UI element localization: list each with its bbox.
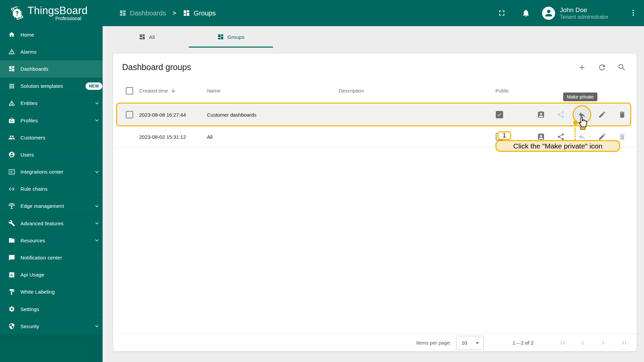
bar-chart-icon xyxy=(8,272,15,278)
chevron-down-icon xyxy=(94,100,100,107)
sidebar-item-solution-templates[interactable]: Solution templatesNEW xyxy=(0,78,105,95)
sidebar-item-white-labeling[interactable]: White Labeling xyxy=(0,284,105,301)
avatar[interactable] xyxy=(542,7,555,20)
topbar-actions: John Doe Tenant administrator xyxy=(495,0,644,26)
sort-desc-arrow-icon xyxy=(170,88,176,94)
brand-edition: Professional xyxy=(28,16,81,21)
sidebar-item-label: Resources xyxy=(20,238,45,243)
refresh-icon[interactable] xyxy=(598,63,606,72)
chevron-down-icon xyxy=(94,220,100,227)
column-header-public[interactable]: Public xyxy=(495,88,509,94)
alarms-icon xyxy=(8,48,15,55)
sidebar: HomeAlarmsDashboardsSolution templatesNE… xyxy=(0,26,105,362)
sidebar-item-label: Settings xyxy=(20,306,39,312)
sidebar-item-settings[interactable]: Settings xyxy=(0,301,105,318)
sidebar-item-label: Solution templates xyxy=(20,83,63,89)
brand-text: ThingsBoard Professional xyxy=(28,5,81,21)
cell-created-time: 2023-08-02 15:31:12 xyxy=(139,134,186,140)
sidebar-item-resources[interactable]: Resources xyxy=(0,232,105,249)
sidebar-item-notification-center[interactable]: Notification center xyxy=(0,249,105,266)
annotation-connector-line xyxy=(575,125,576,140)
chevron-down-icon xyxy=(94,323,100,329)
column-header-label: Description xyxy=(339,88,364,94)
dashboards-icon xyxy=(8,65,15,72)
column-header-description[interactable]: Description xyxy=(339,88,364,94)
manage-owner-icon[interactable] xyxy=(537,111,545,119)
share-icon xyxy=(557,111,565,119)
chevron-down-icon xyxy=(476,342,479,344)
sidebar-item-customers[interactable]: Customers xyxy=(0,129,105,146)
column-header-label: Name xyxy=(207,88,220,94)
antenna-icon xyxy=(8,203,15,209)
notifications-bell-icon[interactable] xyxy=(519,6,533,20)
tab-all[interactable]: All xyxy=(105,26,189,48)
annotation-callout: Click the "Make private" icon xyxy=(495,140,620,152)
breadcrumb-item-groups[interactable]: Groups xyxy=(183,9,216,17)
sidebar-item-integrations-center[interactable]: Integrations center xyxy=(0,164,105,181)
more-vert-icon[interactable] xyxy=(629,6,638,20)
sidebar-item-label: Notification center xyxy=(20,255,62,260)
chevron-down-icon xyxy=(94,169,100,175)
badge-icon xyxy=(8,117,15,124)
sidebar-item-alarms[interactable]: Alarms xyxy=(0,43,105,60)
cell-name: Customer dashboards xyxy=(207,112,257,118)
sidebar-item-api-usage[interactable]: Api Usage xyxy=(0,266,105,284)
sidebar-item-security[interactable]: Security xyxy=(0,318,105,335)
active-tab-indicator xyxy=(189,47,273,48)
apps-grid-icon xyxy=(8,83,15,89)
sidebar-item-label: Alarms xyxy=(20,49,37,55)
sidebar-scrollbar[interactable] xyxy=(103,26,105,362)
sidebar-item-rule-chains[interactable]: Rule chains xyxy=(0,181,105,198)
share-icon[interactable] xyxy=(557,133,565,141)
check-icon xyxy=(497,112,502,117)
items-per-page-label: Items per page: xyxy=(416,340,451,346)
items-per-page-select[interactable]: 10 xyxy=(456,336,484,350)
chevron-down-icon xyxy=(94,117,100,124)
table-row-highlight[interactable] xyxy=(116,103,631,126)
pagination-range: 1 – 2 of 2 xyxy=(513,340,534,346)
cursor-click-indicator xyxy=(580,127,585,130)
delete-icon[interactable] xyxy=(618,111,626,119)
app-window: ThingsBoard Professional Dashboards > Gr… xyxy=(0,0,644,362)
sidebar-item-advanced-features[interactable]: Advanced features xyxy=(0,215,105,232)
tab-bar: All Groups xyxy=(105,26,644,48)
format-paint-icon xyxy=(8,289,15,295)
account-circle-icon xyxy=(8,151,15,158)
dashboards-icon xyxy=(139,34,146,40)
sidebar-item-dashboards[interactable]: Dashboards xyxy=(0,60,105,77)
public-checkbox-checked[interactable] xyxy=(496,111,503,118)
sidebar-item-label: Rule chains xyxy=(20,186,48,192)
sidebar-item-users[interactable]: Users xyxy=(0,146,105,163)
dashboards-icon xyxy=(217,34,224,40)
column-header-created-time[interactable]: Created time xyxy=(139,88,176,94)
user-name: John Doe xyxy=(560,6,608,14)
search-icon[interactable] xyxy=(618,63,626,72)
select-all-checkbox[interactable] xyxy=(126,87,133,95)
column-header-label: Created time xyxy=(139,88,168,94)
previous-page-icon xyxy=(579,339,587,347)
breadcrumb-item-dashboards[interactable]: Dashboards xyxy=(119,9,166,17)
manage-owner-icon[interactable] xyxy=(537,133,545,141)
user-menu[interactable]: John Doe Tenant administrator xyxy=(560,6,608,20)
sidebar-item-label: Home xyxy=(20,32,34,38)
topbar: ThingsBoard Professional Dashboards > Gr… xyxy=(0,0,644,26)
edit-icon[interactable] xyxy=(598,111,606,119)
chevron-down-icon xyxy=(94,237,100,244)
sidebar-item-entities[interactable]: Entities xyxy=(0,95,105,112)
brand-logo[interactable]: ThingsBoard Professional xyxy=(0,0,105,26)
sidebar-footer-area xyxy=(0,335,103,362)
sidebar-item-profiles[interactable]: Profiles xyxy=(0,112,105,129)
sidebar-item-edge-management[interactable]: Edge management xyxy=(0,198,105,215)
edit-icon[interactable] xyxy=(598,133,606,141)
sidebar-item-label: Entities xyxy=(20,100,38,106)
dashboards-icon xyxy=(119,9,126,17)
add-icon[interactable] xyxy=(578,63,586,72)
main-content: All Groups Dashboard groups xyxy=(105,26,644,362)
tab-groups[interactable]: Groups xyxy=(189,26,273,48)
sidebar-item-home[interactable]: Home xyxy=(0,26,105,43)
column-header-name[interactable]: Name xyxy=(207,88,220,94)
row-checkbox[interactable] xyxy=(126,111,133,118)
fullscreen-icon[interactable] xyxy=(495,6,508,20)
make-private-icon xyxy=(578,133,586,141)
dashboard-groups-card: Dashboard groups Created time Name xyxy=(113,54,637,351)
